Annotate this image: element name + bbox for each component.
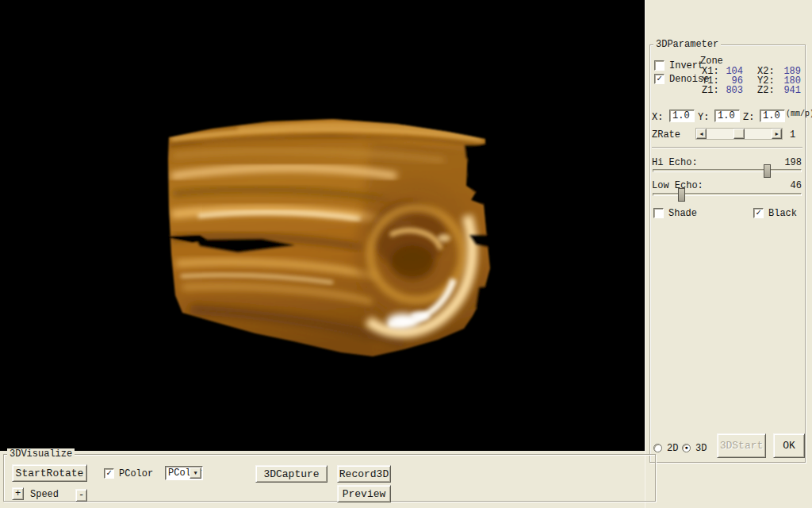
zone-z1-value: 803 <box>718 85 743 96</box>
shade-label: Shade <box>668 208 697 219</box>
zrate-scrollbar[interactable]: ◄ ► <box>695 128 783 140</box>
zrate-left-arrow-icon[interactable]: ◄ <box>696 129 707 139</box>
scale-unit-label: (mm/p) <box>786 110 812 118</box>
3dparameter-group: 3DParameter Invert ✓ Denoise Zone X1: 10… <box>649 44 806 463</box>
y-scale-input[interactable] <box>714 110 740 122</box>
hi-echo-slider-track[interactable] <box>653 169 802 172</box>
invert-checkbox[interactable] <box>654 60 665 71</box>
pcolor-label: PColor <box>119 468 153 479</box>
low-echo-slider-thumb[interactable] <box>678 188 685 202</box>
3dvisualize-group: 3DVisualize StartRotate + Speed - ✓ PCol… <box>3 454 656 502</box>
low-echo-slider-track[interactable] <box>653 193 802 196</box>
mode-3d-radio[interactable]: ● <box>682 444 691 452</box>
denoise-checkbox[interactable]: ✓ <box>654 74 665 84</box>
3dparameter-group-title: 3DParameter <box>653 39 721 50</box>
mode-3d-label: 3D <box>695 443 707 454</box>
x-scale-input[interactable] <box>669 110 695 122</box>
zone-z2-value: 941 <box>776 85 801 96</box>
invert-label: Invert <box>669 60 703 71</box>
shade-checkbox[interactable] <box>653 208 664 218</box>
black-label: Black <box>768 208 797 219</box>
zone-title: Zone <box>700 56 723 67</box>
dropdown-arrow-icon[interactable]: ▼ <box>190 468 201 479</box>
zrate-right-arrow-icon[interactable]: ► <box>772 129 782 139</box>
hi-echo-slider-thumb[interactable] <box>764 164 771 178</box>
section-divider <box>652 147 802 148</box>
mode-2d-label: 2D <box>667 443 678 454</box>
speed-label: Speed <box>30 489 59 500</box>
zrate-thumb[interactable] <box>733 129 745 139</box>
black-checkbox[interactable]: ✓ <box>753 208 764 218</box>
ultrasound-volume-render <box>0 0 645 451</box>
zone-z2-label: Z2: <box>757 85 775 96</box>
start-rotate-button[interactable]: StartRotate <box>12 464 87 482</box>
hi-echo-value: 198 <box>773 157 802 168</box>
3dcapture-button[interactable]: 3DCapture <box>255 465 327 483</box>
render-viewport[interactable] <box>0 0 645 451</box>
preview-button[interactable]: Preview <box>337 485 391 502</box>
3dvisualize-group-title: 3DVisualize <box>7 448 75 460</box>
mode-2d-radio[interactable] <box>653 444 662 452</box>
x-scale-label: X: <box>652 112 663 123</box>
hi-echo-label: Hi Echo: <box>652 157 698 168</box>
ok-button[interactable]: OK <box>773 433 805 458</box>
zrate-label: ZRate <box>652 129 680 140</box>
z-scale-label: Z: <box>743 112 754 123</box>
record3d-button[interactable]: Record3D <box>337 465 391 483</box>
z-scale-input[interactable] <box>760 110 785 122</box>
speed-minus-button[interactable]: - <box>75 489 87 502</box>
zrate-value: 1 <box>790 129 795 140</box>
zone-z1-label: Z1: <box>702 85 719 96</box>
parameter-panel: 3DParameter Invert ✓ Denoise Zone X1: 10… <box>645 0 812 508</box>
low-echo-value: 46 <box>773 180 802 191</box>
pcolor-checkbox[interactable]: ✓ <box>104 468 114 479</box>
y-scale-label: Y: <box>698 112 709 123</box>
speed-plus-button[interactable]: + <box>12 487 24 500</box>
3dstart-button[interactable]: 3DStart <box>717 433 766 458</box>
pcolor-dropdown[interactable]: PColor ▼ <box>165 466 203 480</box>
